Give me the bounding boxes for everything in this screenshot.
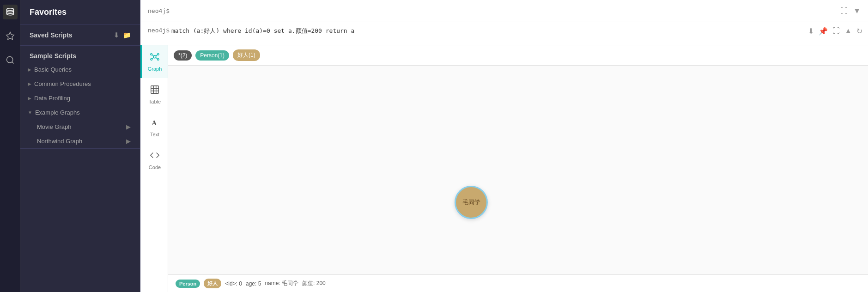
result-content: *(2) Person(1) 好人(1) 毛同学 Person 好人 <id>:… [168, 45, 868, 292]
text-view-icon: A [150, 117, 160, 130]
expand-icon[interactable]: ⛶ [840, 7, 848, 15]
graph-node-label: 毛同学 [462, 198, 480, 207]
sidebar-item-data-profiling[interactable]: ▶ Data Profiling [20, 91, 140, 105]
saved-scripts-section: Saved Scripts ⬇ 📁 [20, 25, 140, 46]
example-graphs-label: Example Graphs [35, 109, 80, 116]
saved-scripts-header[interactable]: Saved Scripts ⬇ 📁 [20, 25, 140, 45]
sidebar-item-example-graphs[interactable]: ▼ Example Graphs [20, 105, 140, 120]
view-option-text[interactable]: A Text [140, 111, 168, 144]
chevron-right-icon-2: ▶ [28, 81, 31, 86]
svg-point-7 [151, 59, 152, 61]
table-view-icon [150, 85, 160, 97]
northwind-graph-label: Northwind Graph [37, 138, 82, 145]
svg-marker-1 [6, 32, 14, 40]
result-tabs: *(2) Person(1) 好人(1) [168, 45, 868, 66]
editor-icons: ⬇ 📌 ⛶ ▲ ↻ [808, 27, 862, 36]
saved-scripts-label: Saved Scripts [30, 31, 73, 39]
pin-icon[interactable]: 📌 [819, 27, 828, 36]
status-age: age: 5 [246, 280, 261, 287]
collapsed-prompt: neo4j$ [148, 7, 170, 14]
play-icon: ▶ [126, 123, 131, 130]
table-view-label: Table [149, 99, 161, 104]
data-profiling-label: Data Profiling [34, 95, 70, 102]
movie-graph-label: Movie Graph [37, 123, 71, 130]
chevron-right-icon: ▶ [28, 67, 31, 72]
result-tab-good-person[interactable]: 好人(1) [233, 49, 260, 61]
sidebar-item-basic-queries[interactable]: ▶ Basic Queries [20, 62, 140, 77]
common-procedures-label: Common Procedures [34, 80, 91, 87]
graph-node-main[interactable]: 毛同学 [455, 186, 488, 219]
svg-point-2 [6, 57, 12, 63]
status-name: name: 毛同学 [265, 280, 298, 287]
svg-line-3 [12, 62, 13, 64]
results-area: Graph Table A [140, 45, 868, 292]
text-view-label: Text [150, 132, 159, 137]
svg-point-8 [158, 59, 159, 61]
saved-scripts-icons: ⬇ 📁 [114, 31, 131, 39]
collapse-icon[interactable]: ▲ [844, 27, 852, 36]
star-icon[interactable] [3, 29, 18, 43]
dropdown-icon[interactable]: ▼ [853, 7, 861, 15]
graph-view-label: Graph [148, 66, 162, 72]
graph-visualization[interactable]: 毛同学 [168, 66, 868, 274]
database-icon[interactable] [3, 5, 18, 19]
sidebar-item-common-procedures[interactable]: ▶ Common Procedures [20, 77, 140, 91]
query-text[interactable]: match (a:好人) where id(a)=0 set a.颜值=200 … [171, 27, 845, 35]
code-view-label: Code [149, 164, 161, 170]
query-prompt: neo4j$ [148, 27, 170, 34]
result-tab-person[interactable]: Person(1) [195, 50, 229, 61]
main-content: neo4j$ ⛶ ▼ neo4j$ match (a:好人) where id(… [140, 0, 868, 292]
svg-text:A: A [152, 119, 157, 127]
code-view-icon [150, 150, 160, 163]
sidebar-title: Favorites [20, 0, 140, 25]
top-right-icons: ⛶ ▼ [840, 7, 861, 15]
svg-line-12 [156, 58, 158, 59]
icon-bar [0, 0, 20, 292]
svg-point-6 [158, 54, 159, 55]
view-option-table[interactable]: Table [140, 78, 168, 111]
play-icon-2: ▶ [126, 138, 131, 145]
basic-queries-label: Basic Queries [34, 66, 72, 73]
status-bar: Person 好人 <id>: 0 age: 5 name: 毛同学 颜值: 2… [168, 274, 868, 292]
svg-point-5 [151, 54, 152, 55]
view-sidebar: Graph Table A [140, 45, 168, 292]
graph-view-icon [150, 52, 160, 64]
collapsed-query-bar: neo4j$ ⛶ ▼ [140, 0, 868, 22]
status-good-person-badge: 好人 [204, 279, 221, 288]
folder-icon[interactable]: 📁 [123, 31, 131, 39]
svg-line-9 [152, 55, 154, 56]
status-yan: 颜值: 200 [302, 280, 326, 287]
sidebar-item-movie-graph[interactable]: Movie Graph ▶ [20, 120, 140, 134]
download-icon[interactable]: ⬇ [114, 31, 119, 39]
fullscreen-icon[interactable]: ⛶ [832, 27, 840, 36]
svg-line-10 [156, 55, 158, 56]
svg-rect-13 [151, 86, 159, 94]
chevron-right-icon-3: ▶ [28, 96, 31, 101]
svg-line-11 [152, 58, 154, 59]
sample-scripts-section: Sample Scripts ▶ Basic Queries ▶ Common … [20, 46, 140, 149]
sample-scripts-label: Sample Scripts [20, 46, 140, 62]
svg-point-4 [153, 55, 156, 58]
sidebar-item-northwind-graph[interactable]: Northwind Graph ▶ [20, 134, 140, 148]
svg-point-0 [6, 8, 13, 11]
result-tab-count[interactable]: *(2) [174, 50, 192, 61]
view-option-code[interactable]: Code [140, 144, 168, 176]
chevron-down-icon: ▼ [28, 110, 32, 115]
status-id: <id>: 0 [225, 280, 242, 287]
query-editor: neo4j$ match (a:好人) where id(a)=0 set a.… [140, 22, 868, 45]
search-icon[interactable] [3, 53, 18, 67]
view-option-graph[interactable]: Graph [140, 45, 168, 78]
status-person-badge: Person [176, 280, 200, 288]
sidebar: Favorites Saved Scripts ⬇ 📁 Sample Scrip… [20, 0, 140, 292]
download-result-icon[interactable]: ⬇ [808, 27, 814, 36]
refresh-icon[interactable]: ↻ [856, 27, 862, 36]
